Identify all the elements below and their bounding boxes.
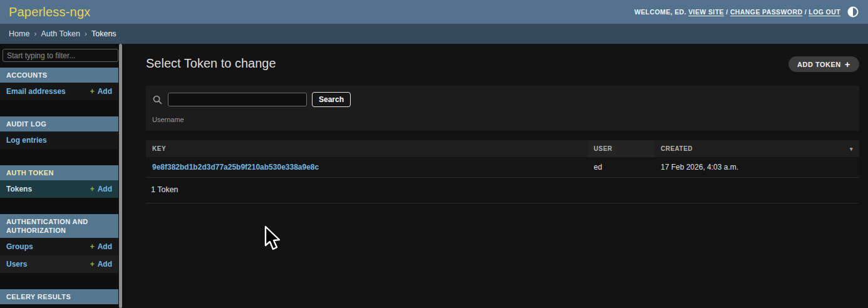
sidebar-section-header: AUTH TOKEN <box>0 165 118 180</box>
sidebar-item-groups[interactable]: Groups+ Add <box>0 238 118 255</box>
sidebar-filter-wrap <box>0 48 123 64</box>
separator: / <box>805 8 807 16</box>
sidebar-sections: ACCOUNTSEmail addresses+ AddAUDIT LOGLog… <box>0 68 123 304</box>
sidebar-item-link[interactable]: Email addresses <box>6 87 66 96</box>
sidebar-section-audit-log: AUDIT LOGLog entries <box>0 116 123 149</box>
sidebar-add-link[interactable]: + Add <box>90 87 112 96</box>
welcome-text: WELCOME, ED. <box>634 8 686 16</box>
sidebar-section-header: ACCOUNTS <box>0 68 118 83</box>
table-header-row: KEY USER CREATED ▾ <box>146 140 859 157</box>
sidebar-section-authentication-and-authorization: AUTHENTICATION AND AUTHORIZATIONGroups+ … <box>0 214 123 273</box>
theme-toggle-icon[interactable] <box>847 6 859 18</box>
plus-icon: + <box>90 260 95 269</box>
search-button[interactable]: Search <box>312 92 351 107</box>
add-token-button[interactable]: ADD TOKEN + <box>788 56 859 72</box>
search-input[interactable] <box>168 93 307 106</box>
search-module: Search Username <box>146 86 859 131</box>
sidebar-item-users[interactable]: Users+ Add <box>0 255 118 273</box>
tokens-table-body: 9e8f382bd1b2d3d77a25b9f210ab530e338a9e8c… <box>146 157 859 178</box>
user-tools: WELCOME, ED. VIEW SITE / CHANGE PASSWORD… <box>634 6 859 18</box>
token-key-link[interactable]: 9e8f382bd1b2d3d77a25b9f210ab530e338a9e8c <box>152 163 319 172</box>
column-header-created[interactable]: CREATED ▾ <box>654 140 859 157</box>
plus-icon: + <box>90 242 95 251</box>
log-out-link[interactable]: LOG OUT <box>809 8 840 16</box>
top-header: Paperless-ngx WELCOME, ED. VIEW SITE / C… <box>0 0 868 24</box>
breadcrumb: Home › Auth Token › Tokens <box>0 24 868 44</box>
token-user-cell: ed <box>587 157 654 178</box>
sidebar-add-link[interactable]: + Add <box>90 185 112 193</box>
add-token-label: ADD TOKEN <box>797 61 841 68</box>
plus-icon: + <box>90 185 95 193</box>
breadcrumb-auth-token[interactable]: Auth Token <box>41 29 80 38</box>
token-created-cell: 17 Feb 2026, 4:03 a.m. <box>654 157 859 178</box>
sort-caret-icon[interactable]: ▾ <box>850 146 853 152</box>
view-site-link[interactable]: VIEW SITE <box>688 8 724 16</box>
sidebar-item-log-entries[interactable]: Log entries <box>0 131 118 149</box>
column-header-user[interactable]: USER <box>587 140 654 157</box>
tokens-table: KEY USER CREATED ▾ 9e8f382bd1b2d3d77a25b… <box>146 140 859 178</box>
sidebar-section-auth-token: AUTH TOKENTokens+ Add <box>0 165 123 198</box>
sidebar-add-link[interactable]: + Add <box>90 242 112 251</box>
token-row: 9e8f382bd1b2d3d77a25b9f210ab530e338a9e8c… <box>146 157 859 178</box>
sidebar-item-link[interactable]: Log entries <box>6 136 47 145</box>
sidebar-section-header: AUDIT LOG <box>0 116 118 131</box>
sidebar-add-link[interactable]: + Add <box>90 260 112 269</box>
separator: / <box>726 8 728 16</box>
sidebar-filter-input[interactable] <box>3 49 118 62</box>
sidebar-section-celery-results: CELERY RESULTS <box>0 289 123 304</box>
main-content: Select Token to change ADD TOKEN + Searc… <box>123 44 868 308</box>
sidebar-scrollbar[interactable] <box>119 44 122 308</box>
sidebar-item-tokens[interactable]: Tokens+ Add <box>0 180 118 198</box>
breadcrumb-separator: › <box>85 29 87 38</box>
user-tools-text: WELCOME, ED. VIEW SITE / CHANGE PASSWORD… <box>634 8 840 16</box>
plus-icon: + <box>90 87 95 96</box>
breadcrumb-separator: › <box>34 29 36 38</box>
change-password-link[interactable]: CHANGE PASSWORD <box>730 8 802 16</box>
sidebar-section-accounts: ACCOUNTSEmail addresses+ Add <box>0 68 123 100</box>
column-header-key[interactable]: KEY <box>146 140 587 157</box>
search-icon <box>152 95 163 105</box>
sidebar-section-header: AUTHENTICATION AND AUTHORIZATION <box>0 214 118 238</box>
breadcrumb-current: Tokens <box>91 29 116 38</box>
sidebar-item-email-addresses[interactable]: Email addresses+ Add <box>0 83 118 100</box>
sidebar-item-link[interactable]: Tokens <box>6 185 32 193</box>
sidebar-item-link[interactable]: Users <box>6 260 27 269</box>
sidebar-item-link[interactable]: Groups <box>6 242 33 251</box>
sidebar-nav: ACCOUNTSEmail addresses+ AddAUDIT LOGLog… <box>0 44 123 308</box>
plus-icon: + <box>845 59 850 69</box>
column-header-created-label: CREATED <box>661 145 693 152</box>
breadcrumb-home[interactable]: Home <box>9 29 29 38</box>
search-field-label: Username <box>152 116 853 123</box>
page-title: Select Token to change <box>146 56 276 71</box>
paginator: 1 Token <box>146 178 859 203</box>
token-key-cell: 9e8f382bd1b2d3d77a25b9f210ab530e338a9e8c <box>146 157 587 178</box>
brand-link[interactable]: Paperless-ngx <box>9 5 90 19</box>
sidebar-section-header: CELERY RESULTS <box>0 289 118 304</box>
